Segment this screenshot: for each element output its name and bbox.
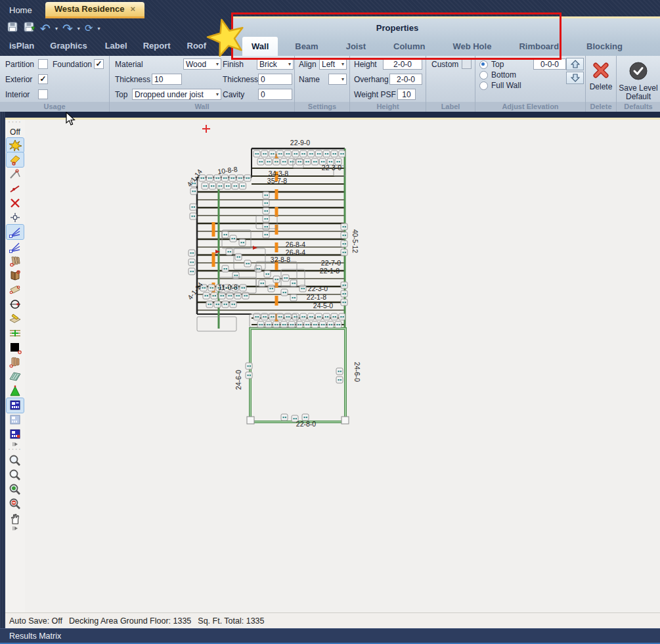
tab-document[interactable]: Westa Residence× xyxy=(45,2,144,18)
hatch-panel-tool[interactable] xyxy=(7,369,24,384)
plank-tool[interactable] xyxy=(7,283,24,297)
redo-caret-icon[interactable]: ▾ xyxy=(77,26,80,32)
zoom-tool[interactable] xyxy=(7,468,24,482)
plank-edit-tool[interactable] xyxy=(7,311,24,326)
fill-region-tool[interactable] xyxy=(7,340,24,355)
align-dropdown[interactable]: Left▾ xyxy=(319,58,347,70)
angle-measure-tool[interactable] xyxy=(7,167,24,181)
reference-point-icon xyxy=(8,211,22,224)
finish-value: Brick xyxy=(259,60,277,69)
close-document-icon[interactable]: × xyxy=(130,4,135,14)
results-matrix-bar[interactable]: Results Matrix xyxy=(0,628,660,644)
bearing-circle-tool[interactable] xyxy=(7,297,24,311)
refresh-icon[interactable]: ⟳ xyxy=(85,22,93,34)
level-lines-tool[interactable] xyxy=(7,326,24,340)
tab-joist[interactable]: Joist xyxy=(337,37,375,56)
undo-caret-icon[interactable]: ▾ xyxy=(55,26,58,32)
delete-tool[interactable] xyxy=(7,196,24,210)
title-bar: Home Westa Residence× xyxy=(0,0,660,18)
multi-span-tool[interactable] xyxy=(7,225,24,239)
radio-full-wall-row[interactable]: Full Wall xyxy=(479,80,533,91)
tab-isplan[interactable]: isPlan xyxy=(9,41,34,51)
radio-full-wall[interactable] xyxy=(479,81,488,90)
matrix-red-tool[interactable] xyxy=(7,427,24,442)
matrix-dark-tool[interactable] xyxy=(7,398,24,413)
elevation-down-button[interactable] xyxy=(566,72,584,84)
pan-tool[interactable] xyxy=(7,511,24,526)
tab-beam[interactable]: Beam xyxy=(286,37,327,56)
wall-thickness-input[interactable] xyxy=(152,74,182,85)
elevation-offset-input[interactable] xyxy=(533,58,566,70)
weight-psf-input[interactable] xyxy=(397,89,416,100)
tab-report[interactable]: Report xyxy=(143,41,171,51)
custom-label: Custom xyxy=(431,60,462,69)
tab-wall[interactable]: Wall xyxy=(242,37,278,56)
dimension-label: 22-8-0 xyxy=(296,420,317,428)
tab-rimboard[interactable]: Rimboard xyxy=(510,37,568,56)
finish-thickness-input[interactable] xyxy=(258,74,292,85)
zoom-window-tool[interactable] xyxy=(7,453,24,468)
eraser-tool[interactable] xyxy=(7,152,24,167)
tab-column[interactable]: Column xyxy=(384,37,434,56)
beam-stack-tool[interactable] xyxy=(7,268,24,283)
delete-button[interactable]: Delete xyxy=(586,56,616,91)
span-tool[interactable] xyxy=(7,239,24,254)
deck-boards-tool[interactable] xyxy=(7,355,24,369)
matrix-light-tool[interactable] xyxy=(7,413,24,427)
radio-top-row[interactable]: Top xyxy=(479,59,533,70)
exterior-checkbox[interactable] xyxy=(38,74,48,84)
toolbar-options-icon[interactable]: ▾ xyxy=(97,26,100,32)
tab-blocking[interactable]: Blocking xyxy=(577,37,632,56)
tab-graphics[interactable]: Graphics xyxy=(50,41,87,51)
radio-bottom-row[interactable]: Bottom xyxy=(479,70,533,80)
wall-top-dropdown[interactable]: Dropped under joist▾ xyxy=(132,89,221,100)
elevation-up-button[interactable] xyxy=(566,58,584,70)
tab-home[interactable]: Home xyxy=(0,2,41,18)
group-label-settings: Settings xyxy=(295,102,349,112)
interior-checkbox[interactable] xyxy=(38,89,48,99)
tab-web-hole[interactable]: Web Hole xyxy=(443,37,500,56)
decking-area-status: Decking Area Ground Floor: 1335 xyxy=(69,616,191,626)
partition-checkbox[interactable] xyxy=(38,59,48,69)
tab-label[interactable]: Label xyxy=(105,41,127,51)
toolbar-grip-2[interactable]: ···· xyxy=(8,447,22,453)
tree-tool[interactable] xyxy=(7,384,24,398)
check-circle-icon xyxy=(629,62,648,82)
radio-bottom[interactable] xyxy=(479,71,488,80)
height-input[interactable] xyxy=(383,58,422,70)
toolbar-expander-icon-2[interactable] xyxy=(12,526,18,531)
name-dropdown[interactable]: ▾ xyxy=(328,74,347,85)
auto-save-status: Auto Save: Off xyxy=(9,616,62,626)
foundation-checkbox[interactable] xyxy=(94,59,104,69)
save-level-default-button[interactable]: Save LevelDefault xyxy=(617,56,660,101)
zoom-extents-tool[interactable] xyxy=(7,482,24,497)
material-dropdown[interactable]: Wood▾ xyxy=(183,58,221,70)
burst-icon xyxy=(8,139,22,152)
radio-top[interactable] xyxy=(479,60,488,69)
material-caret-icon: ▾ xyxy=(216,61,219,67)
sketch-line-tool[interactable] xyxy=(7,181,24,196)
drawing-canvas[interactable]: 22-9-022-3-034-3-835-7-810-8-84-1-1440-5… xyxy=(25,120,660,612)
radio-bottom-label: Bottom xyxy=(491,70,516,80)
dimension-label: 11-0-8 xyxy=(218,283,238,291)
toolbar-grip[interactable]: ···· xyxy=(8,120,22,126)
zoom-out-tool[interactable] xyxy=(7,497,24,511)
undo-icon[interactable]: ↶ xyxy=(40,22,51,34)
overhang-input[interactable] xyxy=(389,74,422,85)
cavity-input[interactable] xyxy=(258,89,292,100)
custom-checkbox[interactable] xyxy=(462,59,472,69)
group-height: Height Overhang Weight PSF Height xyxy=(350,56,426,112)
joist-fan-tool[interactable] xyxy=(7,254,24,268)
tab-roof[interactable]: Roof xyxy=(187,41,207,51)
save-icon[interactable] xyxy=(7,21,18,35)
save-all-icon[interactable] xyxy=(23,21,35,35)
off-button[interactable]: Off xyxy=(10,126,20,138)
contextual-accent-line xyxy=(233,16,660,18)
sqft-total-status: Sq. Ft. Total: 1335 xyxy=(198,616,264,626)
joist-fan-icon xyxy=(8,254,22,267)
redo-icon[interactable]: ↷ xyxy=(62,22,73,34)
group-settings: AlignLeft▾ Name▾ Settings xyxy=(295,56,350,112)
finish-dropdown[interactable]: Brick▾ xyxy=(257,58,294,70)
reference-point-tool[interactable] xyxy=(7,210,24,225)
burst-tool[interactable] xyxy=(7,138,24,152)
